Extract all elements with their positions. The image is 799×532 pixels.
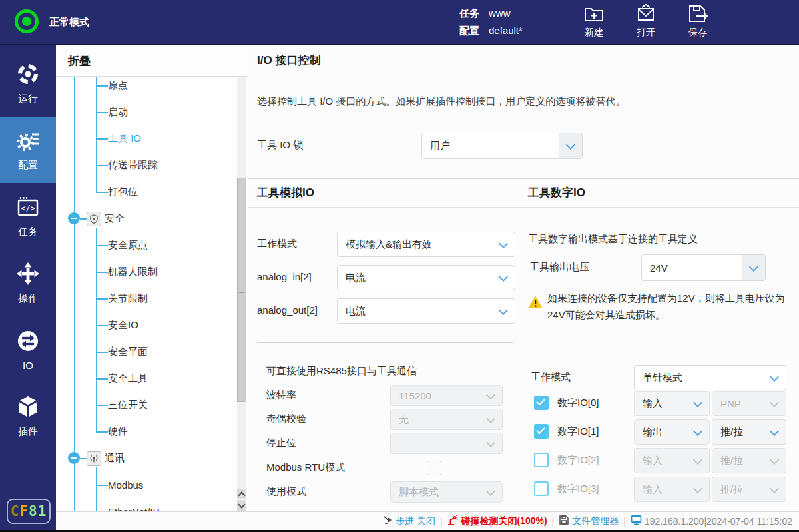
- tree-item-conveyor-tracking[interactable]: 传送带跟踪: [56, 152, 248, 178]
- file-manager-button[interactable]: 文件管理器: [559, 515, 619, 527]
- status-bar: 步进 关闭 | 碰撞检测关闭(100%) | 文件管理器 | 192.168.1…: [56, 511, 799, 530]
- digital-io-1-checkbox[interactable]: [534, 424, 549, 439]
- open-button[interactable]: 打开: [635, 3, 657, 39]
- open-file-icon: [635, 3, 657, 25]
- digital-io-0-checkbox[interactable]: [534, 396, 549, 410]
- tree-item-startup[interactable]: 启动: [56, 99, 248, 125]
- tree-item-three-position-switch[interactable]: 三位开关: [56, 392, 248, 418]
- analog-in-label: analog_in[2]: [257, 270, 312, 284]
- digital-work-mode-select[interactable]: 单针模式: [634, 365, 786, 390]
- section-title-io-control: I/O 接口控制: [248, 47, 799, 75]
- toolbar-actions: 新建 打开 保存: [583, 3, 708, 39]
- analog-work-mode-select[interactable]: 模拟输入&输出有效: [337, 232, 515, 257]
- tree-item-safety-planes[interactable]: 安全平面: [56, 338, 248, 365]
- warning-triangle-icon: [528, 295, 543, 312]
- code-window-icon: </>: [16, 195, 40, 221]
- chevron-down-icon: [492, 232, 515, 256]
- baud-rate-label: 波特率: [266, 388, 296, 401]
- tree-item-origin[interactable]: 原点: [56, 72, 248, 99]
- tree-item-ethernet-ip[interactable]: EtherNet/IP: [56, 498, 248, 511]
- network-monitor-icon: [631, 515, 642, 527]
- tool-voltage-select[interactable]: 24V: [641, 254, 766, 281]
- broadcast-icon: [87, 451, 101, 466]
- parity-label: 奇偶校验: [266, 412, 306, 425]
- tree-item-pack-position[interactable]: 打包位: [56, 178, 248, 205]
- scroll-up-button[interactable]: [237, 489, 246, 499]
- tree-item-tool-io[interactable]: 工具 IO: [56, 125, 248, 152]
- digital-io-2-label: 数字IO[2]: [557, 453, 599, 467]
- task-label: 任务: [459, 5, 479, 22]
- modbus-rtu-checkbox: [427, 461, 441, 475]
- digital-io-3-checkbox[interactable]: [534, 481, 549, 496]
- new-file-icon: [583, 3, 605, 25]
- analog-out-select[interactable]: 电流: [337, 298, 515, 324]
- chevron-down-icon: [763, 477, 786, 501]
- tool-digital-io-section: 工具数字IO 工具数字输出模式基于连接的工具定义 工具输出电压 24V 如果连接…: [519, 179, 799, 511]
- sidebar-item-task[interactable]: </> 任务: [0, 183, 56, 250]
- task-value: www: [489, 5, 511, 22]
- collision-robot-icon: [447, 515, 458, 528]
- digital-io-1-direction-select[interactable]: 输出: [634, 419, 710, 445]
- tree-item-safety-home[interactable]: 安全原点: [56, 232, 248, 258]
- mode-label: 正常模式: [49, 16, 89, 29]
- tree-item-hardware[interactable]: 硬件: [56, 418, 248, 445]
- stop-bit-select: —: [390, 433, 503, 454]
- rs485-note: 可直接使用RS485接口与工具通信: [266, 364, 417, 378]
- chevron-down-icon: [492, 266, 515, 290]
- device-badge: CF81: [7, 499, 51, 524]
- tree-item-modbus[interactable]: Modbus: [56, 471, 248, 498]
- save-button[interactable]: 保存: [687, 3, 708, 39]
- digital-io-1-mode-select[interactable]: 推/拉: [712, 419, 786, 445]
- baud-rate-select: 115200: [390, 385, 503, 406]
- tree-scrollbar[interactable]: [237, 77, 246, 489]
- tree-item-joint-limits[interactable]: 关节限制: [56, 285, 248, 312]
- chevron-down-icon: [686, 449, 709, 473]
- chevron-down-icon: [479, 409, 502, 429]
- chevron-down-icon: [479, 386, 502, 405]
- chevron-down-icon: [686, 420, 709, 444]
- tree-scrollbar-handle[interactable]: [237, 178, 246, 402]
- step-arrow-icon: [382, 515, 393, 527]
- voltage-warning-text: 如果连接的设备仅支持配置为12V，则将工具电压设为24V可能会对其造成损坏。: [547, 290, 798, 323]
- chevron-down-icon: [492, 299, 515, 323]
- chevron-down-icon: [763, 392, 786, 415]
- collapse-minus-icon[interactable]: [68, 452, 80, 464]
- digital-io-0-direction-select[interactable]: 输入: [634, 391, 710, 416]
- config-value: default*: [489, 22, 523, 39]
- chevron-down-icon: [479, 433, 502, 453]
- sidebar-item-io[interactable]: IO: [0, 316, 56, 383]
- tree-item-safety-io[interactable]: 安全IO: [56, 312, 248, 338]
- io-sections: 工具模拟IO 工作模式 模拟输入&输出有效 analog_in[2] 电流 an…: [248, 178, 799, 511]
- step-mode-toggle[interactable]: 步进 关闭: [382, 515, 435, 527]
- chevron-down-icon: [479, 482, 502, 502]
- tree-group-safety[interactable]: 安全: [56, 205, 236, 232]
- sidebar-item-plugin[interactable]: 插件: [0, 383, 56, 449]
- tool-voltage-label: 工具输出电压: [529, 260, 589, 274]
- tree-item-safety-tool[interactable]: 安全工具: [56, 365, 248, 392]
- digital-io-2-checkbox[interactable]: [534, 453, 549, 467]
- tree-group-communication[interactable]: 通讯: [56, 445, 236, 471]
- modbus-rtu-label: Modbus RTU模式: [266, 461, 345, 474]
- sidebar-item-operate[interactable]: 操作: [0, 250, 56, 316]
- collapse-minus-icon[interactable]: [68, 212, 80, 224]
- usage-mode-label: 使用模式: [266, 485, 306, 498]
- sidebar-item-run[interactable]: 运行: [0, 50, 56, 117]
- tree-item-robot-limits[interactable]: 机器人限制: [56, 258, 248, 285]
- new-button[interactable]: 新建: [583, 3, 605, 39]
- collision-detect-toggle[interactable]: 碰撞检测关闭(100%): [447, 515, 547, 528]
- io-control-description: 选择控制工具 I/O 接口的方式。如果扩展插件控制接口，用户定义的选项将被替代。: [257, 95, 625, 108]
- usage-mode-select: 脚本模式: [390, 481, 503, 503]
- sidebar-item-config[interactable]: 配置: [0, 117, 56, 183]
- run-icon: [16, 62, 40, 88]
- tool-io-lock-select[interactable]: 用户: [421, 133, 583, 159]
- task-config-meta: 任务www 配置default*: [459, 5, 523, 39]
- network-status[interactable]: 192.168.1.200|2024-07-04 11:15:02: [631, 515, 792, 527]
- analog-in-select[interactable]: 电流: [337, 265, 515, 290]
- settings-gear-icon: [16, 129, 40, 154]
- scroll-down-button[interactable]: [237, 500, 246, 511]
- work-mode-label: 工作模式: [257, 237, 297, 250]
- digital-io-description: 工具数字输出模式基于连接的工具定义: [528, 232, 698, 246]
- chevron-down-icon: [686, 392, 709, 415]
- digital-io-3-label: 数字IO[3]: [557, 482, 599, 495]
- digital-io-3-mode-select: 推/拉: [712, 477, 786, 502]
